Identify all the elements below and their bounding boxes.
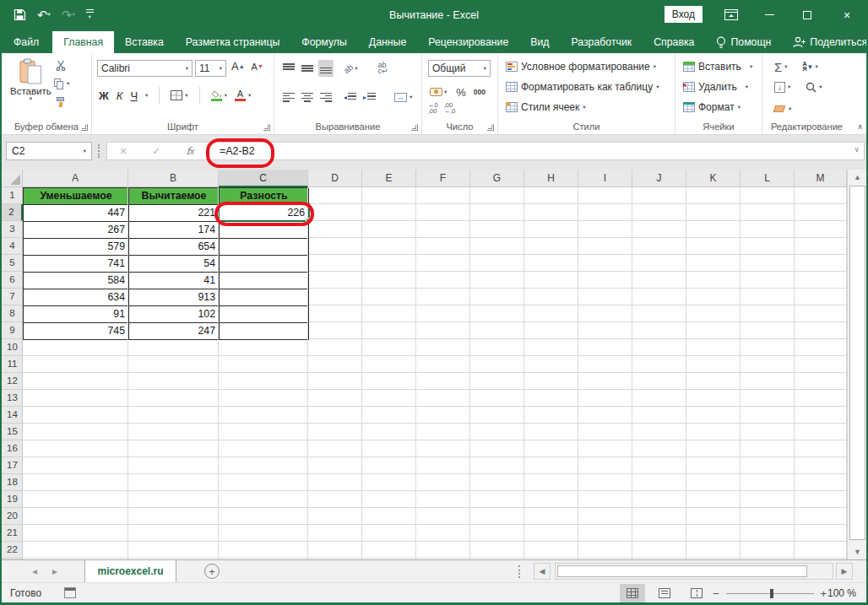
vertical-scroll-thumb[interactable] bbox=[849, 186, 865, 540]
insert-cells-button[interactable]: Вставить▾ bbox=[683, 57, 752, 76]
column-header-M[interactable]: M bbox=[795, 170, 847, 187]
delete-cells-button[interactable]: × Удалить▾ bbox=[683, 78, 748, 96]
table-cell[interactable]: 91 bbox=[24, 306, 129, 323]
table-cell[interactable]: 584 bbox=[24, 273, 129, 289]
row-header-5[interactable]: 5 bbox=[2, 255, 23, 272]
table-cell[interactable]: 634 bbox=[24, 289, 129, 306]
table-cell[interactable]: 745 bbox=[24, 323, 129, 340]
column-header-B[interactable]: B bbox=[128, 170, 219, 187]
percent-style-button[interactable]: % bbox=[456, 86, 466, 99]
tab-scroll-splitter[interactable] bbox=[518, 565, 520, 578]
tab-view[interactable]: Вид bbox=[519, 31, 560, 53]
vertical-scrollbar[interactable]: ▲ ▼ bbox=[847, 170, 866, 559]
number-format-combo[interactable]: Общий▾ bbox=[428, 60, 491, 77]
row-header-2[interactable]: 2 bbox=[2, 204, 23, 221]
sheet-tab-active[interactable]: microexcel.ru bbox=[84, 560, 176, 582]
borders-button[interactable]: ▾ bbox=[171, 90, 187, 100]
row-header-12[interactable]: 12 bbox=[2, 373, 23, 390]
cancel-icon[interactable]: × bbox=[120, 144, 127, 158]
tab-file[interactable]: Файл bbox=[0, 31, 52, 53]
format-as-table-button[interactable]: Форматировать как таблицу▾ bbox=[506, 78, 659, 96]
collapse-ribbon-button[interactable]: ∧ bbox=[857, 122, 863, 131]
view-normal-button[interactable] bbox=[620, 584, 645, 602]
underline-button[interactable]: Ч bbox=[130, 89, 138, 102]
table-cell[interactable] bbox=[220, 273, 309, 289]
bold-button[interactable]: Ж bbox=[99, 89, 109, 102]
row-header-15[interactable]: 15 bbox=[2, 424, 23, 440]
tab-page-layout[interactable]: Разметка страницы bbox=[175, 31, 291, 53]
column-header-J[interactable]: J bbox=[632, 170, 686, 187]
row-header-21[interactable]: 21 bbox=[2, 525, 23, 542]
merge-center-button[interactable]: ↔▾ bbox=[393, 89, 414, 105]
clipboard-dialog-launcher[interactable] bbox=[81, 124, 88, 131]
share-button[interactable]: Поделиться bbox=[782, 31, 868, 53]
cell-styles-button[interactable]: Стили ячеек▾ bbox=[506, 98, 586, 116]
table-cell[interactable] bbox=[220, 256, 309, 273]
formula-bar-expand-icon[interactable]: ∨ bbox=[854, 145, 860, 154]
tab-help[interactable]: Справка bbox=[643, 31, 705, 53]
wrap-text-button[interactable]: abc↵ bbox=[376, 60, 389, 77]
table-cell[interactable]: 654 bbox=[129, 239, 220, 256]
row-header-8[interactable]: 8 bbox=[2, 305, 23, 322]
column-header-C[interactable]: C bbox=[219, 170, 308, 187]
zoom-out-icon[interactable]: − bbox=[713, 587, 719, 600]
view-page-break-button[interactable] bbox=[684, 584, 709, 602]
tab-home[interactable]: Главная bbox=[52, 31, 114, 53]
align-right-button[interactable] bbox=[318, 89, 334, 105]
table-cell[interactable] bbox=[220, 323, 309, 340]
name-box[interactable]: C2▾ bbox=[6, 142, 92, 160]
align-middle-button[interactable] bbox=[300, 60, 315, 77]
shrink-font-button[interactable]: А▼ bbox=[252, 62, 263, 72]
font-dialog-launcher[interactable] bbox=[263, 124, 270, 131]
sheet-nav-left-icon[interactable]: ◂ bbox=[32, 560, 37, 582]
tab-developer[interactable]: Разработчик bbox=[560, 31, 643, 53]
fill-button[interactable]: ↓▾ bbox=[773, 78, 792, 95]
sheet-nav-right-icon[interactable]: ▸ bbox=[52, 560, 57, 582]
tab-data[interactable]: Данные bbox=[358, 31, 417, 53]
table-cell[interactable]: 174 bbox=[129, 222, 220, 239]
scroll-left-button[interactable]: ◀ bbox=[534, 563, 551, 580]
name-box-splitter[interactable] bbox=[98, 144, 100, 158]
format-painter-button[interactable] bbox=[56, 97, 66, 107]
table-cell[interactable] bbox=[220, 306, 309, 323]
insert-function-icon[interactable]: fx bbox=[186, 145, 193, 157]
align-center-button[interactable] bbox=[300, 89, 315, 105]
italic-button[interactable]: К bbox=[117, 89, 123, 102]
ribbon-display-options-button[interactable] bbox=[719, 0, 743, 30]
cut-button[interactable] bbox=[56, 60, 66, 71]
row-header-6[interactable]: 6 bbox=[2, 272, 23, 289]
column-header-H[interactable]: H bbox=[524, 170, 578, 187]
table-header-cell[interactable]: Вычитаемое bbox=[129, 188, 220, 205]
column-header-I[interactable]: I bbox=[578, 170, 632, 187]
horizontal-scroll-thumb[interactable] bbox=[557, 565, 807, 577]
minimize-button[interactable] bbox=[757, 0, 781, 30]
horizontal-scrollbar[interactable] bbox=[555, 563, 833, 580]
row-header-3[interactable]: 3 bbox=[2, 221, 23, 238]
row-header-10[interactable]: 10 bbox=[2, 339, 23, 356]
column-header-F[interactable]: F bbox=[416, 170, 470, 187]
align-bottom-button[interactable] bbox=[318, 60, 334, 77]
grow-font-button[interactable]: А▲ bbox=[231, 60, 245, 73]
sort-filter-button[interactable]: АЯ▼▾ bbox=[801, 58, 820, 75]
cell-area[interactable]: УменьшаемоеВычитаемоеРазность44722122626… bbox=[23, 187, 847, 559]
row-header-20[interactable]: 20 bbox=[2, 508, 23, 525]
paste-button[interactable]: Вставить ▾ bbox=[10, 58, 52, 102]
row-header-11[interactable]: 11 bbox=[2, 356, 23, 373]
table-cell[interactable]: 741 bbox=[24, 256, 129, 273]
row-header-7[interactable]: 7 bbox=[2, 289, 23, 305]
column-header-L[interactable]: L bbox=[741, 170, 795, 187]
orientation-button[interactable]: ab▾ bbox=[342, 60, 359, 77]
row-header-9[interactable]: 9 bbox=[2, 322, 23, 339]
close-button[interactable]: × bbox=[835, 0, 859, 30]
conditional-formatting-button[interactable]: Условное форматирование▾ bbox=[506, 57, 656, 76]
row-header-16[interactable]: 16 bbox=[2, 440, 23, 457]
autosum-button[interactable]: Σ▾ bbox=[773, 58, 789, 75]
format-cells-button[interactable]: Формат▾ bbox=[683, 98, 741, 116]
accounting-format-button[interactable]: ▾ bbox=[428, 84, 448, 100]
row-header-13[interactable]: 13 bbox=[2, 390, 23, 407]
table-cell[interactable] bbox=[220, 239, 309, 256]
column-header-A[interactable]: A bbox=[23, 170, 128, 187]
row-header-1[interactable]: 1 bbox=[2, 187, 23, 204]
alignment-dialog-launcher[interactable] bbox=[411, 124, 418, 131]
table-cell[interactable]: 41 bbox=[129, 273, 220, 289]
